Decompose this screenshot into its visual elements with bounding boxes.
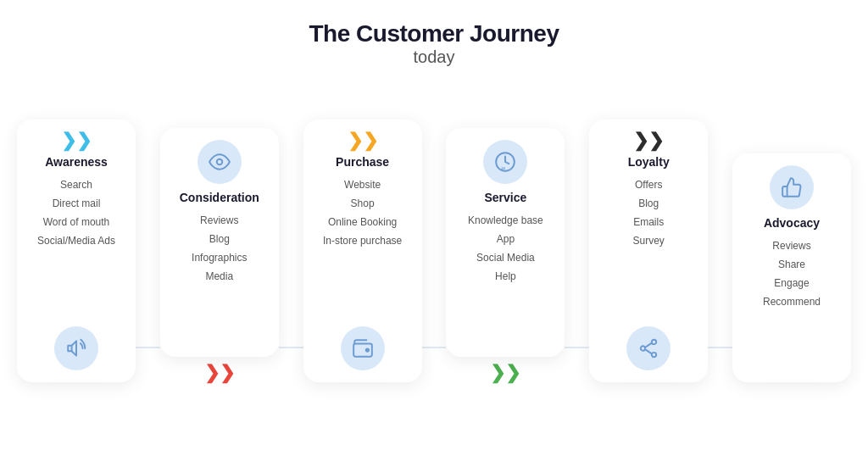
card-awareness: ❯❯ Awareness Search Direct mail Word of … [17, 120, 136, 382]
connector-5 [708, 347, 732, 348]
icon-share [626, 326, 670, 370]
journey-row: ❯❯ Awareness Search Direct mail Word of … [17, 86, 851, 382]
connector-3 [422, 347, 447, 348]
svg-line-9 [645, 343, 652, 348]
list-item: Website [312, 177, 414, 192]
icon-eye [198, 140, 242, 184]
list-item: Knowledge base [454, 213, 556, 228]
title-loyalty: Loyalty [628, 155, 670, 169]
card-purchase: ❯❯ Purchase Website Shop Online Booking … [303, 120, 422, 382]
list-item: Reviews [169, 213, 270, 228]
stage-service: 24 Service Knowledge base App Social Med… [446, 86, 565, 382]
list-item: App [454, 231, 556, 247]
svg-point-1 [217, 159, 223, 165]
items-consideration: Reviews Blog Infographics Media [169, 213, 270, 345]
stage-awareness: ❯❯ Awareness Search Direct mail Word of … [17, 120, 136, 382]
arrow-bottom-consideration: ❯❯ [204, 364, 235, 382]
card-advocacy: Advocacy Reviews Share Engage Recommend [732, 153, 851, 382]
header: The Customer Journey today [309, 20, 559, 67]
list-item: Social/Media Ads [25, 233, 127, 248]
list-item: Media [169, 269, 270, 284]
connector-4 [565, 347, 589, 348]
stage-advocacy: Advocacy Reviews Share Engage Recommend [732, 111, 851, 382]
list-item: Search [25, 177, 127, 192]
items-loyalty: Offers Blog Emails Survey [598, 177, 699, 318]
stage-loyalty: ❯❯ Loyalty Offers Blog Emails Survey [589, 120, 708, 382]
list-item: Social Media [454, 250, 556, 265]
page-subtitle: today [309, 47, 559, 67]
arrow-top-loyalty: ❯❯ [633, 131, 664, 150]
list-item: Direct mail [25, 196, 127, 211]
title-awareness: Awareness [45, 155, 108, 169]
card-consideration: Consideration Reviews Blog Infographics … [160, 128, 279, 357]
list-item: Help [454, 269, 556, 284]
items-advocacy: Reviews Share Engage Recommend [741, 238, 843, 370]
svg-line-10 [645, 349, 652, 353]
list-item: Recommend [741, 294, 843, 309]
stage-purchase: ❯❯ Purchase Website Shop Online Booking … [303, 120, 422, 382]
svg-point-7 [641, 346, 645, 350]
connector-2 [279, 347, 303, 348]
title-advocacy: Advocacy [764, 216, 820, 230]
page-title: The Customer Journey [309, 20, 559, 47]
list-item: Reviews [741, 238, 843, 253]
svg-point-3 [365, 349, 368, 352]
list-item: In-store purchase [312, 233, 414, 248]
title-purchase: Purchase [336, 155, 389, 169]
icon-megaphone [54, 326, 98, 370]
title-consideration: Consideration [180, 191, 259, 204]
arrow-top-awareness: ❯❯ [61, 131, 92, 150]
items-service: Knowledge base App Social Media Help [454, 213, 556, 345]
arrow-bottom-service: ❯❯ [490, 364, 520, 382]
list-item: Emails [598, 214, 699, 230]
connector-1 [136, 347, 160, 348]
stage-consideration: Consideration Reviews Blog Infographics … [160, 86, 279, 382]
list-item: Blog [598, 196, 699, 211]
card-service: 24 Service Knowledge base App Social Med… [446, 128, 565, 357]
arrow-top-purchase: ❯❯ [348, 131, 378, 150]
list-item: Engage [741, 275, 843, 291]
title-service: Service [484, 191, 526, 204]
svg-point-6 [652, 340, 656, 344]
list-item: Blog [169, 231, 270, 247]
icon-clock24: 24 [483, 140, 527, 184]
card-loyalty: ❯❯ Loyalty Offers Blog Emails Survey [589, 120, 708, 382]
icon-thumbsup [770, 165, 814, 209]
svg-point-8 [652, 353, 656, 357]
icon-wallet [341, 326, 385, 370]
list-item: Online Booking [312, 214, 414, 230]
list-item: Survey [598, 233, 699, 248]
items-awareness: Search Direct mail Word of mouth Social/… [25, 177, 127, 318]
list-item: Infographics [169, 250, 270, 265]
svg-text:24: 24 [502, 166, 506, 170]
list-item: Offers [598, 177, 699, 192]
list-item: Share [741, 257, 843, 272]
list-item: Word of mouth [25, 214, 127, 230]
list-item: Shop [312, 196, 414, 211]
items-purchase: Website Shop Online Booking In-store pur… [312, 177, 414, 318]
